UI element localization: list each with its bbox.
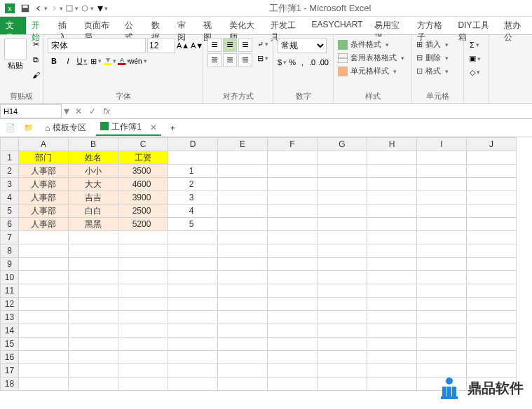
- cell-F15[interactable]: [268, 338, 318, 351]
- cell-A7[interactable]: [19, 231, 69, 244]
- cell-A4[interactable]: 人事部: [19, 191, 69, 204]
- row-header-14[interactable]: 14: [1, 324, 19, 338]
- align-top-center-icon[interactable]: ≡: [223, 38, 237, 52]
- col-header-A[interactable]: A: [19, 138, 69, 151]
- tab-easychart[interactable]: EASYCHART: [306, 17, 368, 34]
- cell-B11[interactable]: [69, 284, 118, 298]
- align-bottom-right-icon[interactable]: ≡: [238, 53, 252, 67]
- cell-A17[interactable]: [19, 364, 69, 377]
- fill-icon[interactable]: ▣: [468, 53, 481, 65]
- table-format-button[interactable]: 套用表格格式: [338, 51, 407, 64]
- cell-D7[interactable]: [168, 231, 218, 244]
- cell-G18[interactable]: [318, 377, 367, 391]
- cell-F6[interactable]: [268, 218, 318, 231]
- currency-icon[interactable]: $: [278, 56, 287, 69]
- cell-I6[interactable]: [417, 218, 467, 231]
- cell-H9[interactable]: [367, 258, 417, 271]
- cell-J11[interactable]: [467, 284, 517, 298]
- new-doc-icon[interactable]: 📄: [4, 122, 17, 134]
- fx-icon[interactable]: fx: [100, 106, 114, 116]
- cell-F7[interactable]: [268, 231, 318, 244]
- conditional-format-button[interactable]: 条件格式: [338, 38, 407, 51]
- cell-E18[interactable]: [218, 377, 268, 391]
- tab-diy[interactable]: DIY工具箱: [453, 17, 499, 34]
- cell-J5[interactable]: [467, 204, 517, 218]
- cell-C13[interactable]: [118, 311, 168, 324]
- cell-E10[interactable]: [218, 271, 268, 284]
- tab-formula[interactable]: 公式: [119, 17, 145, 34]
- cell-J8[interactable]: [467, 244, 517, 258]
- name-box-dropdown-icon[interactable]: ▾: [62, 104, 71, 118]
- row-header-3[interactable]: 3: [1, 178, 19, 191]
- cell-C8[interactable]: [118, 244, 168, 258]
- cell-G1[interactable]: [318, 151, 367, 165]
- cell-D3[interactable]: 2: [168, 178, 218, 191]
- cell-C14[interactable]: [118, 324, 168, 338]
- cell-B14[interactable]: [69, 324, 118, 338]
- row-header-8[interactable]: 8: [1, 244, 19, 258]
- cell-D1[interactable]: [168, 151, 218, 165]
- cell-J10[interactable]: [467, 271, 517, 284]
- align-bottom-center-icon[interactable]: ≡: [223, 53, 237, 67]
- cell-H5[interactable]: [367, 204, 417, 218]
- cell-I11[interactable]: [417, 284, 467, 298]
- fill-color-icon[interactable]: [104, 55, 116, 67]
- cell-J1[interactable]: [467, 151, 517, 165]
- qat-item2-icon[interactable]: [80, 1, 94, 15]
- cell-D12[interactable]: [168, 298, 218, 311]
- cell-G7[interactable]: [318, 231, 367, 244]
- cut-icon[interactable]: ✂: [29, 38, 42, 50]
- close-tab-icon[interactable]: ✕: [150, 123, 157, 132]
- cell-F13[interactable]: [268, 311, 318, 324]
- cell-E6[interactable]: [218, 218, 268, 231]
- cell-A16[interactable]: [19, 351, 69, 364]
- cell-G12[interactable]: [318, 298, 367, 311]
- cell-I16[interactable]: [417, 351, 467, 364]
- cell-D4[interactable]: 3: [168, 191, 218, 204]
- cell-J4[interactable]: [467, 191, 517, 204]
- decrease-font-icon[interactable]: A▼: [191, 39, 203, 52]
- row-header-18[interactable]: 18: [1, 377, 19, 391]
- format-cells-button[interactable]: ⊡格式: [416, 64, 459, 78]
- cell-A8[interactable]: [19, 244, 69, 258]
- cell-C4[interactable]: 3900: [118, 191, 168, 204]
- cell-I7[interactable]: [417, 231, 467, 244]
- cell-F18[interactable]: [268, 377, 318, 391]
- cell-J9[interactable]: [467, 258, 517, 271]
- cell-D9[interactable]: [168, 258, 218, 271]
- cell-H6[interactable]: [367, 218, 417, 231]
- tab-data[interactable]: 数据: [146, 17, 172, 34]
- save-icon[interactable]: [18, 1, 32, 15]
- row-header-11[interactable]: 11: [1, 284, 19, 298]
- cell-H15[interactable]: [367, 338, 417, 351]
- formula-input[interactable]: [114, 104, 532, 118]
- row-header-2[interactable]: 2: [1, 165, 19, 178]
- cell-F8[interactable]: [268, 244, 318, 258]
- cell-I14[interactable]: [417, 324, 467, 338]
- cell-A2[interactable]: 人事部: [19, 165, 69, 178]
- cell-C2[interactable]: 3500: [118, 165, 168, 178]
- cell-J13[interactable]: [467, 311, 517, 324]
- row-header-13[interactable]: 13: [1, 311, 19, 324]
- cell-H13[interactable]: [367, 311, 417, 324]
- cell-H18[interactable]: [367, 377, 417, 391]
- cell-D15[interactable]: [168, 338, 218, 351]
- cell-I5[interactable]: [417, 204, 467, 218]
- font-name-select[interactable]: [48, 38, 146, 53]
- cell-G4[interactable]: [318, 191, 367, 204]
- cell-E8[interactable]: [218, 244, 268, 258]
- cell-E11[interactable]: [218, 284, 268, 298]
- enter-formula-icon[interactable]: ✓: [86, 106, 100, 116]
- cell-I1[interactable]: [417, 151, 467, 165]
- cell-H8[interactable]: [367, 244, 417, 258]
- cell-B2[interactable]: 小小: [69, 165, 118, 178]
- cell-J6[interactable]: [467, 218, 517, 231]
- cell-E9[interactable]: [218, 258, 268, 271]
- paste-icon[interactable]: [4, 38, 27, 60]
- open-folder-icon[interactable]: 📁: [22, 122, 35, 134]
- cell-A13[interactable]: [19, 311, 69, 324]
- delete-cells-button[interactable]: ⊟删除: [416, 51, 459, 64]
- cell-B4[interactable]: 吉吉: [69, 191, 118, 204]
- row-header-9[interactable]: 9: [1, 258, 19, 271]
- cell-E12[interactable]: [218, 298, 268, 311]
